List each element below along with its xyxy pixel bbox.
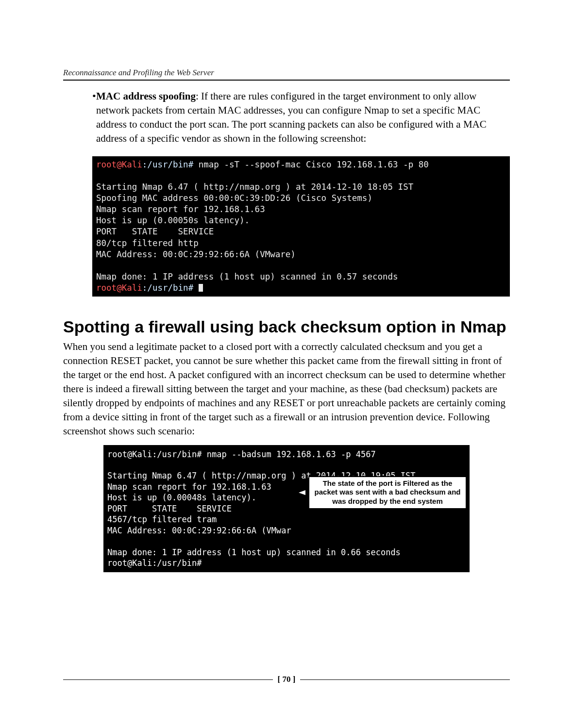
callout-box: The state of the port is Filtered as the… [308, 476, 467, 509]
term1-out-4: Host is up (0.00050s latency). [96, 215, 250, 225]
term2-prompt2-user: root@Kali [107, 558, 152, 568]
term2-out-8: Nmap done: 1 IP address (1 host up) scan… [107, 547, 401, 557]
page-number: [ 70 ] [273, 675, 301, 684]
term1-prompt2-user: root@Kali [96, 283, 142, 293]
bullet-item: • MAC address spoofing: If there are rul… [92, 89, 505, 146]
term1-out-3: Nmap scan report for 192.168.1.63 [96, 204, 265, 214]
footer-rule-left [63, 679, 273, 680]
cursor-icon [199, 284, 203, 292]
term1-out-7: MAC Address: 00:0C:29:92:66:6A (VMware) [96, 249, 296, 259]
term1-out-2: Spoofing MAC address 00:00:0C:39:DD:26 (… [96, 193, 372, 203]
term1-prompt2-path: :/usr/bin# [142, 283, 193, 293]
bullet-dot-icon: • [92, 89, 96, 146]
term1-out-1: Starting Nmap 6.47 ( http://nmap.org ) a… [96, 182, 413, 192]
page: Reconnaissance and Profiling the Web Ser… [0, 0, 573, 728]
term1-out-9: Nmap done: 1 IP address (1 host up) scan… [96, 272, 398, 281]
terminal-screenshot-2: root@Kali:/usr/bin# nmap --badsum 192.16… [103, 445, 470, 573]
term1-prompt-user: root@Kali [96, 160, 142, 169]
term2-out-5: 4567/tcp filtered tram [107, 514, 217, 524]
term2-prompt2-path: :/usr/bin# [152, 558, 202, 568]
header-rule [63, 80, 510, 81]
term2-prompt-user: root@Kali [107, 449, 152, 459]
term2-prompt-path: :/usr/bin# [152, 449, 202, 459]
bullet-term: MAC address spoofing [96, 90, 196, 102]
arrow-left-icon [297, 489, 306, 496]
footer-rule-right [300, 679, 510, 680]
term2-out-3: Host is up (0.00048s latency). [107, 493, 256, 502]
term1-prompt-path: :/usr/bin# [142, 160, 193, 169]
term1-out-5: PORT STATE SERVICE [96, 227, 214, 236]
page-footer: [ 70 ] [63, 675, 510, 684]
section-heading: Spotting a firewall using back checksum … [63, 317, 510, 337]
section-body: When you send a legitimate packet to a c… [63, 340, 510, 438]
running-head: Reconnaissance and Profiling the Web Ser… [63, 68, 510, 78]
term2-out-4: PORT STATE SERVICE [107, 504, 232, 513]
term2-out-2: Nmap scan report for 192.168.1.63 [107, 482, 271, 492]
term1-command: nmap -sT --spoof-mac Cisco 192.168.1.63 … [193, 160, 429, 169]
bullet-text: MAC address spoofing: If there are rules… [96, 89, 505, 146]
terminal-screenshot-1: root@Kali:/usr/bin# nmap -sT --spoof-mac… [92, 156, 510, 297]
callout-text: The state of the port is Filtered as the… [315, 479, 461, 506]
term2-command: nmap --badsum 192.168.1.63 -p 4567 [202, 449, 375, 459]
term1-out-6: 80/tcp filtered http [96, 238, 199, 248]
term2-out-6: MAC Address: 00:0C:29:92:66:6A (VMwar [107, 526, 291, 535]
